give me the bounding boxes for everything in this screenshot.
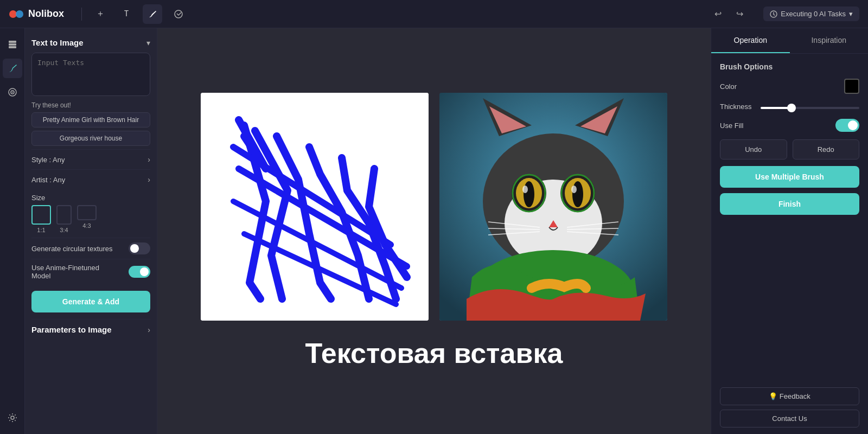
- style-option[interactable]: Style : Any ›: [31, 149, 150, 169]
- sketch-image: [201, 93, 429, 321]
- text-tool-btn[interactable]: Ｔ: [117, 4, 136, 24]
- undo-btn[interactable]: ↩: [709, 5, 726, 23]
- parameters-chevron: ›: [148, 326, 150, 334]
- size-11-option[interactable]: 1:1: [31, 205, 51, 233]
- logo-icon: [9, 7, 24, 22]
- add-tool-btn[interactable]: ＋: [91, 4, 110, 24]
- use-fill-row: Use Fill: [720, 119, 859, 132]
- brush-undo-btn[interactable]: Undo: [720, 139, 787, 159]
- settings-btn[interactable]: [3, 408, 22, 427]
- color-row: Color: [720, 79, 859, 94]
- settings-icon: [7, 412, 18, 423]
- layers-icon: [7, 39, 18, 50]
- svg-point-23: [572, 181, 583, 207]
- circular-toggle-row: Generate circular textures: [31, 238, 150, 259]
- finish-btn[interactable]: Finish: [720, 193, 859, 215]
- style-label: Style : Any: [31, 156, 65, 164]
- anime-toggle[interactable]: [129, 266, 150, 278]
- thickness-row: Thickness: [720, 101, 859, 111]
- undo-redo-row: Undo Redo: [720, 139, 859, 159]
- svg-point-9: [11, 416, 14, 419]
- tab-inspiration[interactable]: Inspiration: [790, 28, 869, 53]
- target-btn[interactable]: [3, 82, 22, 102]
- svg-point-24: [522, 186, 528, 193]
- feedback-btn[interactable]: 💡 Feedback: [720, 387, 859, 405]
- color-label: Color: [720, 82, 737, 91]
- brush-sidebar-icon: [7, 63, 18, 74]
- brush-redo-btn[interactable]: Redo: [793, 139, 860, 159]
- suggestion-btn-0[interactable]: Pretty Anime Girl with Brown Hair: [31, 112, 150, 127]
- size-34-box: [56, 205, 72, 225]
- suggestion-btn-1[interactable]: Gorgeous river house: [31, 131, 150, 146]
- executing-label: Executing 0 AI Tasks: [781, 10, 846, 18]
- artist-option[interactable]: Artist : Any ›: [31, 169, 150, 189]
- input-texts-area[interactable]: [31, 53, 150, 96]
- icon-sidebar: [0, 28, 25, 434]
- size-options: 1:1 3:4 4:3: [31, 205, 150, 233]
- executing-badge[interactable]: Executing 0 AI Tasks ▾: [763, 7, 859, 21]
- svg-point-22: [524, 181, 534, 207]
- circular-label: Generate circular textures: [31, 245, 113, 253]
- target-icon: [7, 87, 18, 98]
- divider: [81, 8, 82, 21]
- canvas-images: [201, 93, 667, 321]
- thickness-slider[interactable]: [761, 107, 859, 109]
- text-to-image-title: Text to Image: [31, 38, 84, 47]
- text-to-image-chevron: ▾: [146, 39, 150, 47]
- topbar: Nolibox ＋ Ｔ ↩ ↪ Executing 0 AI Tasks ▾: [0, 0, 868, 28]
- right-panel-content: Brush Options Color Thickness Use Fill U: [711, 54, 868, 381]
- anime-label: Use Anime-Finetuned Model: [31, 264, 118, 280]
- canvas-text-overlay: Текстовая вставка: [305, 337, 563, 369]
- use-multiple-brush-btn[interactable]: Use Multiple Brush: [720, 166, 859, 188]
- circular-toggle[interactable]: [129, 242, 150, 254]
- size-43-box: [77, 205, 97, 220]
- size-43-label: 4:3: [82, 222, 91, 229]
- size-34-label: 3:4: [60, 227, 68, 233]
- size-11-label: 1:1: [37, 227, 45, 233]
- use-fill-toggle[interactable]: [835, 119, 859, 132]
- thickness-label: Thickness: [720, 103, 752, 111]
- svg-point-0: [9, 10, 17, 18]
- main-layout: Text to Image ▾ Try these out! Pretty An…: [0, 28, 868, 434]
- brush-icon: [148, 9, 157, 19]
- topbar-actions: ↩ ↪: [709, 5, 748, 23]
- svg-rect-5: [9, 46, 16, 48]
- try-these-label: Try these out!: [31, 101, 150, 109]
- svg-point-25: [571, 186, 577, 193]
- color-swatch[interactable]: [844, 79, 859, 94]
- parameters-to-image-title: Parameters to Image: [31, 325, 112, 334]
- canvas-content: Текстовая вставка: [201, 93, 667, 369]
- cat-image: [439, 93, 667, 321]
- svg-point-1: [16, 10, 23, 18]
- style-arrow: ›: [148, 155, 150, 164]
- svg-point-8: [12, 92, 13, 93]
- svg-rect-4: [9, 43, 16, 46]
- app-name: Nolibox: [28, 8, 64, 20]
- canvas-area[interactable]: Текстовая вставка: [157, 28, 711, 434]
- parameters-to-image-header[interactable]: Parameters to Image ›: [31, 319, 150, 337]
- brush-tool-btn[interactable]: [143, 4, 162, 24]
- tab-operation[interactable]: Operation: [711, 28, 790, 53]
- svg-rect-3: [9, 41, 16, 43]
- left-panel: Text to Image ▾ Try these out! Pretty An…: [25, 28, 157, 434]
- brush-sidebar-btn[interactable]: [3, 59, 22, 78]
- size-34-option[interactable]: 3:4: [56, 205, 72, 233]
- use-fill-label: Use Fill: [720, 122, 743, 130]
- logo-area: Nolibox: [9, 7, 64, 22]
- text-to-image-header[interactable]: Text to Image ▾: [31, 35, 150, 53]
- clock-icon: [770, 10, 777, 18]
- right-panel: Operation Inspiration Brush Options Colo…: [711, 28, 868, 434]
- mask-tool-btn[interactable]: [169, 4, 188, 24]
- sketch-svg: [201, 93, 429, 321]
- redo-btn[interactable]: ↪: [731, 5, 748, 23]
- generate-btn[interactable]: Generate & Add: [31, 291, 150, 312]
- right-panel-footer: 💡 Feedback Contact Us: [711, 381, 868, 434]
- mask-icon: [174, 9, 183, 19]
- contact-btn[interactable]: Contact Us: [720, 410, 859, 427]
- right-tabs: Operation Inspiration: [711, 28, 868, 54]
- size-11-box: [31, 205, 51, 225]
- size-label: Size: [31, 194, 150, 202]
- anime-toggle-row: Use Anime-Finetuned Model: [31, 259, 150, 284]
- layers-btn[interactable]: [3, 35, 22, 54]
- size-43-option[interactable]: 4:3: [77, 205, 97, 233]
